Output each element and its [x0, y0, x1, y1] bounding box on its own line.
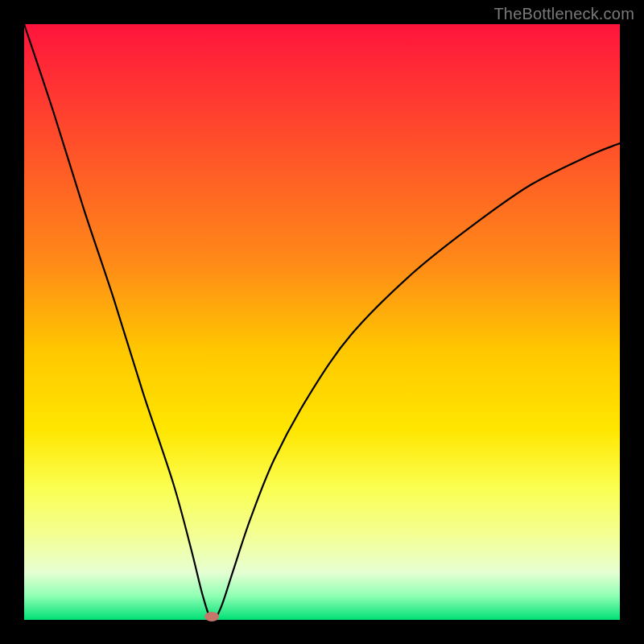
attribution-label: TheBottleneck.com	[493, 5, 634, 23]
chart-frame: TheBottleneck.com	[0, 0, 644, 644]
curve-svg	[24, 24, 620, 620]
plot-area	[24, 24, 620, 620]
bottleneck-curve	[24, 24, 620, 620]
optimum-marker	[204, 612, 219, 621]
